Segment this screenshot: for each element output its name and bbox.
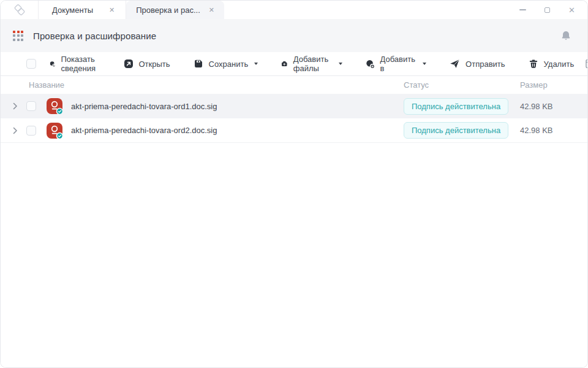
row-status-cell: Подпись действительна [404, 98, 520, 115]
file-name: akt-priema-peredachi-tovara-ord1.doc.sig [71, 102, 217, 111]
row-name-cell: akt-priema-peredachi-tovara-ord1.doc.sig [1, 98, 404, 115]
add-to-seal-icon [366, 59, 375, 69]
tab-verify-decrypt-label: Проверка и рас... [136, 6, 200, 15]
table-columns-icon [586, 59, 588, 69]
toolbar-buttons: Показать сведения Открыть Сохранить [38, 55, 586, 73]
empty-area [1, 143, 587, 367]
bell-icon [560, 30, 571, 41]
window-controls: ✕ [224, 1, 587, 19]
column-header-status[interactable]: Статус [404, 80, 520, 90]
trash-icon [529, 59, 538, 69]
row-size-cell: 42.98 KB [520, 102, 587, 111]
tab-bar: Документы ✕ Проверка и рас... ✕ ✕ [1, 1, 587, 19]
page-title: Проверка и расшифрование [33, 31, 156, 41]
page-header: Проверка и расшифрование [1, 19, 587, 52]
status-badge: Подпись действительна [404, 122, 508, 139]
delete-label: Удалить [544, 59, 575, 69]
row-size-cell: 42.98 KB [520, 126, 587, 135]
signed-file-icon [46, 122, 63, 139]
show-details-label: Показать сведения [61, 55, 100, 73]
open-external-icon [124, 59, 134, 69]
signed-file-icon [46, 98, 63, 115]
file-name: akt-priema-peredachi-tovara-ord2.doc.sig [71, 126, 217, 135]
minimize-button[interactable] [519, 9, 526, 10]
delete-button[interactable]: Удалить [517, 59, 586, 69]
add-to-label: Добавить в [380, 55, 417, 73]
send-plane-icon [450, 59, 460, 69]
tab-documents[interactable]: Документы ✕ [39, 1, 126, 19]
app-window: Документы ✕ Проверка и рас... ✕ ✕ Провер… [0, 0, 588, 368]
add-files-button[interactable]: Добавить файлы [270, 55, 353, 73]
close-window-button[interactable]: ✕ [568, 6, 575, 14]
open-label: Открыть [139, 59, 170, 69]
add-files-icon [281, 59, 288, 69]
show-details-button[interactable]: Показать сведения [38, 55, 112, 73]
expand-chevron-icon[interactable] [13, 102, 21, 110]
row-status-cell: Подпись действительна [404, 122, 520, 139]
apps-grid-icon[interactable] [13, 31, 23, 41]
send-button[interactable]: Отправить [438, 59, 516, 69]
send-label: Отправить [466, 59, 505, 69]
select-all-checkbox[interactable] [26, 59, 36, 69]
maximize-button[interactable] [545, 7, 550, 13]
add-to-dropdown-caret-icon[interactable] [423, 63, 426, 65]
tab-documents-close-icon[interactable]: ✕ [109, 7, 115, 13]
tab-documents-label: Документы [52, 6, 93, 15]
toolbar: Показать сведения Открыть Сохранить [1, 52, 587, 75]
table-row[interactable]: akt-priema-peredachi-tovara-ord1.doc.sig… [1, 94, 587, 118]
row-name-cell: akt-priema-peredachi-tovara-ord2.doc.sig [1, 122, 404, 139]
table-row[interactable]: akt-priema-peredachi-tovara-ord2.doc.sig… [1, 118, 587, 143]
column-settings-button[interactable] [586, 59, 588, 69]
add-files-label: Добавить файлы [293, 55, 333, 73]
column-header-name[interactable]: Название [1, 80, 404, 90]
status-badge: Подпись действительна [404, 98, 508, 115]
tab-verify-decrypt-close-icon[interactable]: ✕ [209, 7, 214, 13]
open-button[interactable]: Открыть [112, 59, 182, 69]
expand-chevron-icon[interactable] [13, 127, 21, 134]
save-icon [194, 59, 203, 69]
tab-verify-decrypt[interactable]: Проверка и рас... ✕ [126, 1, 224, 19]
seal-details-icon [50, 59, 55, 69]
save-button[interactable]: Сохранить [182, 59, 270, 69]
add-files-dropdown-caret-icon[interactable] [339, 63, 342, 65]
home-button[interactable] [1, 1, 39, 19]
row-checkbox[interactable] [26, 101, 36, 111]
save-label: Сохранить [209, 59, 249, 69]
app-logo-icon [12, 2, 28, 17]
notifications-button[interactable] [560, 30, 571, 41]
row-checkbox[interactable] [26, 126, 36, 136]
save-dropdown-caret-icon[interactable] [254, 63, 258, 65]
add-to-button[interactable]: Добавить в [354, 55, 438, 73]
column-header-size[interactable]: Размер [520, 80, 587, 90]
table-header: Название Статус Размер [1, 75, 587, 94]
